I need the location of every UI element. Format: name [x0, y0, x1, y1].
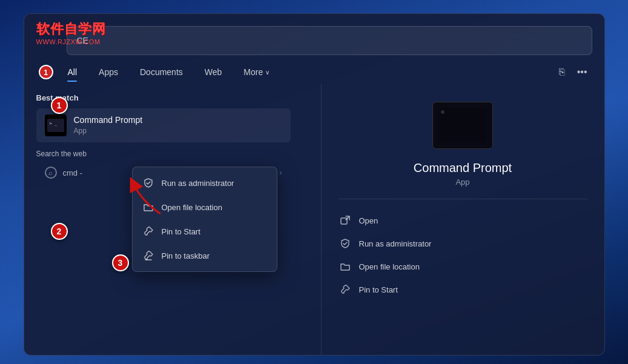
- search-loop-icon: ⌕: [45, 167, 57, 179]
- right-menu-open[interactable]: Open: [339, 209, 587, 232]
- command-prompt-item[interactable]: Command Prompt App: [36, 108, 291, 142]
- right-menu-pin-start-label: Pin to Start: [359, 285, 398, 294]
- search-web-query: cmd -: [63, 168, 83, 177]
- right-menu-run-admin[interactable]: Run as administrator: [339, 232, 587, 255]
- cmd-info: Command Prompt App: [74, 115, 143, 136]
- right-menu-file-location[interactable]: Open file location: [339, 255, 587, 278]
- ctx-run-admin-label: Run as administrator: [162, 179, 234, 188]
- right-app-type: App: [455, 177, 469, 187]
- chevron-right-icon: ›: [280, 168, 282, 177]
- app-preview-icon: [432, 102, 493, 149]
- cmd-type: App: [74, 127, 87, 135]
- share-icon[interactable]: ⎘: [557, 64, 567, 80]
- search-bar[interactable]: [67, 26, 592, 55]
- watermark: 软件自学网 WWW.RJZXW.COM: [36, 20, 106, 45]
- context-menu: Run as administrator Open file location …: [132, 167, 277, 272]
- watermark-url: WWW.RJZXW.COM: [36, 38, 106, 45]
- ctx-open-location[interactable]: Open file location: [133, 195, 277, 219]
- tab-web[interactable]: Web: [195, 64, 232, 81]
- cmd-icon-inner: [47, 119, 64, 132]
- shield-admin-icon: [339, 237, 352, 250]
- folder-open-icon: [339, 260, 352, 273]
- step-1-badge: 1: [51, 97, 68, 114]
- search-input[interactable]: [77, 36, 582, 45]
- right-panel: Command Prompt App Open: [321, 84, 604, 355]
- right-app-name: Command Prompt: [414, 161, 512, 175]
- step-2-badge: 2: [51, 223, 68, 240]
- ctx-pin-taskbar-label: Pin to taskbar: [162, 251, 210, 260]
- right-menu-run-admin-label: Run as administrator: [359, 239, 432, 248]
- pin-start-icon: [339, 283, 352, 296]
- chevron-down-icon: ∨: [265, 69, 269, 76]
- watermark-text: 软件自学网: [36, 20, 106, 38]
- cmd-preview-window: [438, 108, 487, 143]
- step1-badge: 1: [39, 65, 53, 79]
- ctx-run-admin[interactable]: Run as administrator: [133, 171, 277, 195]
- tab-more[interactable]: More ∨: [234, 64, 279, 81]
- search-web-label: Search the web: [36, 150, 309, 158]
- external-link-icon: [339, 214, 352, 227]
- cmd-name: Command Prompt: [74, 115, 143, 125]
- step-3-badge: 3: [112, 254, 129, 271]
- tab-apps[interactable]: Apps: [89, 64, 128, 81]
- right-menu-pin-start[interactable]: Pin to Start: [339, 278, 587, 301]
- ctx-pin-start[interactable]: Pin to Start: [133, 219, 277, 243]
- ctx-pin-start-label: Pin to Start: [162, 227, 200, 236]
- tab-right-actions: ⎘ •••: [557, 64, 590, 80]
- tab-all[interactable]: All: [58, 64, 87, 81]
- ctx-open-location-label: Open file location: [162, 203, 222, 212]
- ctx-shield-icon: [142, 177, 154, 189]
- cmd-app-icon: [45, 114, 67, 136]
- best-match-label: Best match: [36, 93, 309, 102]
- more-options-icon[interactable]: •••: [575, 64, 590, 80]
- right-menu-open-label: Open: [359, 216, 378, 225]
- ctx-pin-taskbar-icon: [142, 250, 154, 262]
- filter-tabs: 1 All Apps Documents Web More ∨ ⎘ •••: [36, 64, 592, 81]
- tab-documents[interactable]: Documents: [130, 64, 193, 81]
- ctx-folder-icon: [142, 201, 154, 213]
- ctx-pin-start-icon: [142, 225, 154, 237]
- start-menu: 软件自学网 WWW.RJZXW.COM 1 All Apps Documents…: [24, 13, 605, 356]
- content-area: Best match Command Prompt App Search the…: [24, 84, 604, 355]
- divider: [339, 199, 587, 199]
- ctx-pin-taskbar[interactable]: Pin to taskbar: [133, 243, 277, 268]
- right-menu-file-location-label: Open file location: [359, 262, 420, 271]
